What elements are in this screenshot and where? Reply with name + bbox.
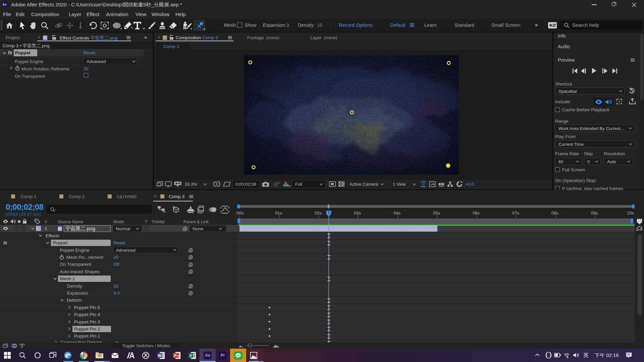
svg-text:LINE: LINE xyxy=(236,355,240,357)
svg-text:P: P xyxy=(174,354,176,358)
svg-text:W: W xyxy=(158,354,161,358)
svg-text:X: X xyxy=(190,354,192,358)
